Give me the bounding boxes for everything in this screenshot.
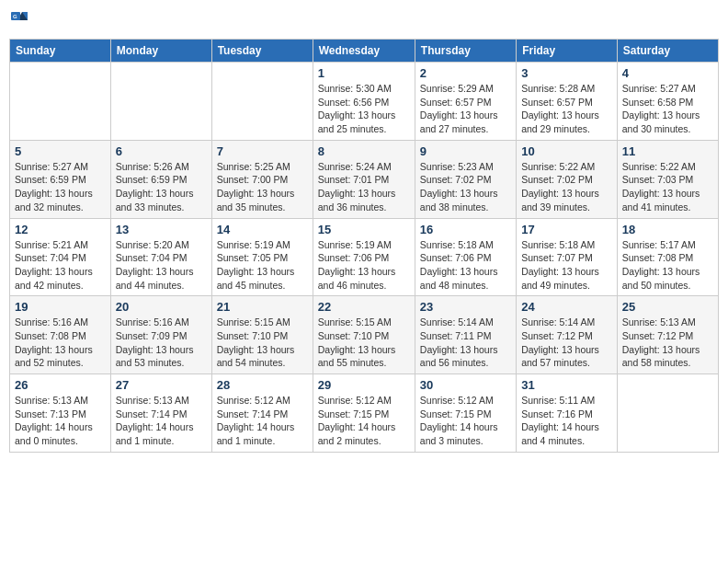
calendar-cell: 4Sunrise: 5:27 AM Sunset: 6:58 PM Daylig… <box>617 63 718 141</box>
calendar-cell: 20Sunrise: 5:16 AM Sunset: 7:09 PM Dayli… <box>110 296 211 374</box>
day-info: Sunrise: 5:19 AM Sunset: 7:06 PM Dayligh… <box>318 238 410 293</box>
day-info: Sunrise: 5:27 AM Sunset: 6:58 PM Dayligh… <box>622 82 713 136</box>
calendar-cell: 25Sunrise: 5:13 AM Sunset: 7:12 PM Dayli… <box>617 296 718 374</box>
day-info: Sunrise: 5:15 AM Sunset: 7:10 PM Dayligh… <box>318 316 410 370</box>
logo-icon: G <box>9 9 29 29</box>
day-info: Sunrise: 5:18 AM Sunset: 7:06 PM Dayligh… <box>420 238 511 293</box>
day-info: Sunrise: 5:18 AM Sunset: 7:07 PM Dayligh… <box>521 238 612 293</box>
day-number: 13 <box>116 223 207 236</box>
page-container: G SundayMondayTuesdayWednesdayThursdayFr… <box>9 9 719 453</box>
day-info: Sunrise: 5:26 AM Sunset: 6:59 PM Dayligh… <box>116 160 207 214</box>
day-info: Sunrise: 5:30 AM Sunset: 6:56 PM Dayligh… <box>318 82 410 136</box>
day-info: Sunrise: 5:16 AM Sunset: 7:08 PM Dayligh… <box>15 316 106 370</box>
calendar-cell: 9Sunrise: 5:23 AM Sunset: 7:02 PM Daylig… <box>415 140 516 218</box>
header-tuesday: Tuesday <box>211 40 313 63</box>
day-info: Sunrise: 5:13 AM Sunset: 7:12 PM Dayligh… <box>622 316 713 370</box>
calendar-cell: 13Sunrise: 5:20 AM Sunset: 7:04 PM Dayli… <box>110 218 211 296</box>
calendar-cell: 28Sunrise: 5:12 AM Sunset: 7:14 PM Dayli… <box>211 374 313 453</box>
calendar-cell: 27Sunrise: 5:13 AM Sunset: 7:14 PM Dayli… <box>110 374 211 453</box>
day-info: Sunrise: 5:28 AM Sunset: 6:57 PM Dayligh… <box>521 82 612 136</box>
calendar-cell <box>211 63 313 141</box>
calendar-cell: 23Sunrise: 5:14 AM Sunset: 7:11 PM Dayli… <box>415 296 516 374</box>
calendar-cell: 24Sunrise: 5:14 AM Sunset: 7:12 PM Dayli… <box>517 296 618 374</box>
day-info: Sunrise: 5:19 AM Sunset: 7:05 PM Dayligh… <box>217 238 308 293</box>
day-number: 18 <box>622 223 713 236</box>
calendar-cell: 2Sunrise: 5:29 AM Sunset: 6:57 PM Daylig… <box>415 63 516 141</box>
header-wednesday: Wednesday <box>313 40 415 63</box>
day-number: 1 <box>318 66 410 80</box>
day-number: 30 <box>420 378 511 392</box>
day-number: 20 <box>116 300 207 314</box>
day-number: 26 <box>15 378 106 392</box>
day-info: Sunrise: 5:12 AM Sunset: 7:14 PM Dayligh… <box>217 394 308 448</box>
day-info: Sunrise: 5:14 AM Sunset: 7:12 PM Dayligh… <box>521 316 612 370</box>
day-number: 9 <box>420 144 511 158</box>
day-info: Sunrise: 5:23 AM Sunset: 7:02 PM Dayligh… <box>420 160 511 214</box>
day-info: Sunrise: 5:25 AM Sunset: 7:00 PM Dayligh… <box>217 160 308 214</box>
calendar-header-row: SundayMondayTuesdayWednesdayThursdayFrid… <box>10 40 719 63</box>
day-number: 2 <box>420 66 511 80</box>
day-number: 11 <box>622 144 713 158</box>
day-number: 24 <box>521 300 612 314</box>
day-number: 15 <box>318 223 410 236</box>
calendar-cell: 18Sunrise: 5:17 AM Sunset: 7:08 PM Dayli… <box>617 218 718 296</box>
day-info: Sunrise: 5:15 AM Sunset: 7:10 PM Dayligh… <box>217 316 308 370</box>
day-number: 31 <box>521 378 612 392</box>
calendar-table: SundayMondayTuesdayWednesdayThursdayFrid… <box>9 39 719 453</box>
calendar-cell: 19Sunrise: 5:16 AM Sunset: 7:08 PM Dayli… <box>10 296 111 374</box>
day-info: Sunrise: 5:11 AM Sunset: 7:16 PM Dayligh… <box>521 394 612 448</box>
header-thursday: Thursday <box>415 40 516 63</box>
day-info: Sunrise: 5:22 AM Sunset: 7:03 PM Dayligh… <box>622 160 713 214</box>
day-info: Sunrise: 5:12 AM Sunset: 7:15 PM Dayligh… <box>420 394 511 448</box>
header-saturday: Saturday <box>617 40 718 63</box>
day-info: Sunrise: 5:13 AM Sunset: 7:14 PM Dayligh… <box>116 394 207 448</box>
calendar-cell: 17Sunrise: 5:18 AM Sunset: 7:07 PM Dayli… <box>517 218 618 296</box>
calendar-cell: 11Sunrise: 5:22 AM Sunset: 7:03 PM Dayli… <box>617 140 718 218</box>
day-number: 6 <box>116 144 207 158</box>
svg-text:G: G <box>13 14 17 19</box>
day-number: 7 <box>217 144 308 158</box>
calendar-cell: 30Sunrise: 5:12 AM Sunset: 7:15 PM Dayli… <box>415 374 516 453</box>
calendar-cell: 16Sunrise: 5:18 AM Sunset: 7:06 PM Dayli… <box>415 218 516 296</box>
week-row-1: 5Sunrise: 5:27 AM Sunset: 6:59 PM Daylig… <box>10 140 719 218</box>
day-number: 5 <box>15 144 106 158</box>
day-number: 29 <box>318 378 410 392</box>
calendar-cell: 12Sunrise: 5:21 AM Sunset: 7:04 PM Dayli… <box>10 218 111 296</box>
day-number: 3 <box>521 66 612 80</box>
day-number: 21 <box>217 300 308 314</box>
logo: G <box>9 9 31 29</box>
calendar-cell: 10Sunrise: 5:22 AM Sunset: 7:02 PM Dayli… <box>517 140 618 218</box>
week-row-3: 19Sunrise: 5:16 AM Sunset: 7:08 PM Dayli… <box>10 296 719 374</box>
day-number: 19 <box>15 300 106 314</box>
calendar-cell: 5Sunrise: 5:27 AM Sunset: 6:59 PM Daylig… <box>10 140 111 218</box>
day-number: 23 <box>420 300 511 314</box>
calendar-cell <box>110 63 211 141</box>
day-number: 10 <box>521 144 612 158</box>
week-row-0: 1Sunrise: 5:30 AM Sunset: 6:56 PM Daylig… <box>10 63 719 141</box>
day-info: Sunrise: 5:17 AM Sunset: 7:08 PM Dayligh… <box>622 238 713 293</box>
calendar-cell: 29Sunrise: 5:12 AM Sunset: 7:15 PM Dayli… <box>313 374 415 453</box>
calendar-cell: 15Sunrise: 5:19 AM Sunset: 7:06 PM Dayli… <box>313 218 415 296</box>
day-info: Sunrise: 5:22 AM Sunset: 7:02 PM Dayligh… <box>521 160 612 214</box>
header-sunday: Sunday <box>10 40 111 63</box>
calendar-cell: 8Sunrise: 5:24 AM Sunset: 7:01 PM Daylig… <box>313 140 415 218</box>
calendar-cell: 1Sunrise: 5:30 AM Sunset: 6:56 PM Daylig… <box>313 63 415 141</box>
day-number: 14 <box>217 223 308 236</box>
calendar-cell: 21Sunrise: 5:15 AM Sunset: 7:10 PM Dayli… <box>211 296 313 374</box>
day-number: 12 <box>15 223 106 236</box>
calendar-cell: 14Sunrise: 5:19 AM Sunset: 7:05 PM Dayli… <box>211 218 313 296</box>
calendar-cell: 3Sunrise: 5:28 AM Sunset: 6:57 PM Daylig… <box>517 63 618 141</box>
day-info: Sunrise: 5:20 AM Sunset: 7:04 PM Dayligh… <box>116 238 207 293</box>
calendar-cell: 26Sunrise: 5:13 AM Sunset: 7:13 PM Dayli… <box>10 374 111 453</box>
week-row-4: 26Sunrise: 5:13 AM Sunset: 7:13 PM Dayli… <box>10 374 719 453</box>
calendar-cell: 6Sunrise: 5:26 AM Sunset: 6:59 PM Daylig… <box>110 140 211 218</box>
day-info: Sunrise: 5:24 AM Sunset: 7:01 PM Dayligh… <box>318 160 410 214</box>
header-friday: Friday <box>517 40 618 63</box>
calendar-cell <box>10 63 111 141</box>
day-number: 27 <box>116 378 207 392</box>
calendar-cell: 31Sunrise: 5:11 AM Sunset: 7:16 PM Dayli… <box>517 374 618 453</box>
day-number: 25 <box>622 300 713 314</box>
week-row-2: 12Sunrise: 5:21 AM Sunset: 7:04 PM Dayli… <box>10 218 719 296</box>
header-monday: Monday <box>110 40 211 63</box>
day-number: 4 <box>622 66 713 80</box>
